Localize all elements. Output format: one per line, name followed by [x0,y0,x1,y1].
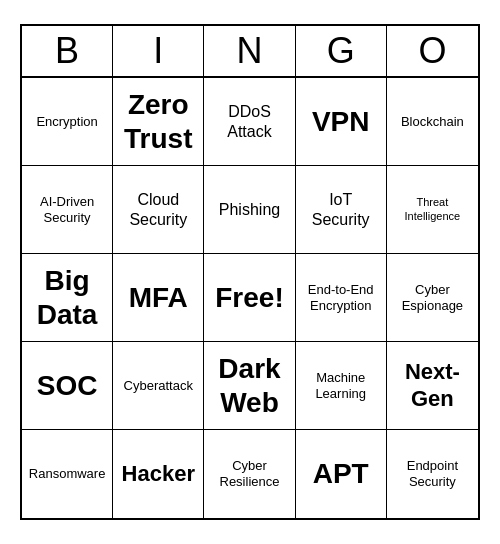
bingo-cell: Cyber Resilience [204,430,295,518]
cell-text: Ransomware [29,466,106,482]
cell-text: Threat Intelligence [391,196,474,222]
cell-text: Big Data [26,264,108,331]
cell-text: Encryption [36,114,97,130]
bingo-cell: Next-Gen [387,342,478,430]
cell-text: Cloud Security [117,190,199,228]
bingo-cell: Encryption [22,78,113,166]
bingo-card: BINGO EncryptionZero TrustDDoS AttackVPN… [20,24,480,520]
bingo-cell: AI-Driven Security [22,166,113,254]
bingo-cell: End-to-End Encryption [296,254,387,342]
bingo-cell: APT [296,430,387,518]
cell-text: Free! [215,281,283,315]
cell-text: VPN [312,105,370,139]
cell-text: Cyberattack [124,378,193,394]
bingo-grid: EncryptionZero TrustDDoS AttackVPNBlockc… [22,78,478,518]
header-letter: B [22,26,113,76]
bingo-header: BINGO [22,26,478,78]
bingo-cell: Phishing [204,166,295,254]
cell-text: Cyber Espionage [391,282,474,313]
bingo-cell: Cyber Espionage [387,254,478,342]
cell-text: Endpoint Security [391,458,474,489]
header-letter: O [387,26,478,76]
bingo-cell: Free! [204,254,295,342]
header-letter: N [204,26,295,76]
cell-text: IoT Security [300,190,382,228]
bingo-cell: DDoS Attack [204,78,295,166]
bingo-cell: Blockchain [387,78,478,166]
cell-text: Zero Trust [117,88,199,155]
cell-text: AI-Driven Security [26,194,108,225]
cell-text: Cyber Resilience [208,458,290,489]
bingo-cell: Cyberattack [113,342,204,430]
bingo-cell: IoT Security [296,166,387,254]
bingo-cell: SOC [22,342,113,430]
cell-text: Hacker [122,461,195,487]
header-letter: G [296,26,387,76]
bingo-cell: MFA [113,254,204,342]
bingo-cell: Machine Learning [296,342,387,430]
cell-text: DDoS Attack [208,102,290,140]
cell-text: Dark Web [208,352,290,419]
cell-text: MFA [129,281,188,315]
cell-text: Blockchain [401,114,464,130]
bingo-cell: Threat Intelligence [387,166,478,254]
cell-text: APT [313,457,369,491]
bingo-cell: Endpoint Security [387,430,478,518]
bingo-cell: VPN [296,78,387,166]
cell-text: Phishing [219,200,280,219]
cell-text: SOC [37,369,98,403]
cell-text: End-to-End Encryption [300,282,382,313]
bingo-cell: Hacker [113,430,204,518]
bingo-cell: Big Data [22,254,113,342]
bingo-cell: Ransomware [22,430,113,518]
header-letter: I [113,26,204,76]
bingo-cell: Dark Web [204,342,295,430]
cell-text: Next-Gen [391,359,474,412]
bingo-cell: Zero Trust [113,78,204,166]
bingo-cell: Cloud Security [113,166,204,254]
cell-text: Machine Learning [300,370,382,401]
